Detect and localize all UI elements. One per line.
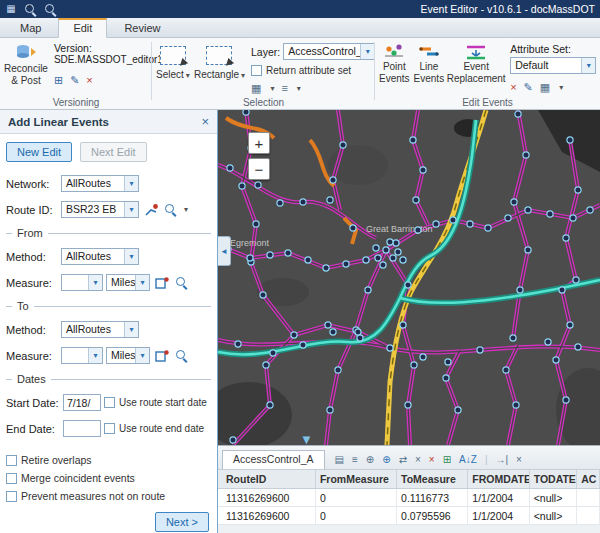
table-row[interactable]: 1131626960000.11167731/1/2004<null> xyxy=(218,489,600,507)
close-table-icon[interactable]: × xyxy=(516,454,522,465)
to-unit-select[interactable]: Miles ▾ xyxy=(106,347,150,364)
from-measure-input[interactable]: ▾ xyxy=(61,274,103,291)
attribute-set-caret-icon[interactable]: ▾ xyxy=(581,58,595,73)
point-events-button[interactable]: Point Events xyxy=(377,41,412,96)
from-unit-caret-icon[interactable]: ▾ xyxy=(135,275,149,290)
zoom-in-button[interactable]: + xyxy=(248,132,270,154)
use-route-start-date-checkbox[interactable] xyxy=(104,397,115,408)
to-method-select[interactable]: AllRoutes ▾ xyxy=(61,321,139,338)
table-row[interactable]: 1131626960000.07955961/1/2004<null> xyxy=(218,507,600,525)
to-method-caret-icon[interactable]: ▾ xyxy=(124,322,138,337)
line-events-button[interactable]: Line Events xyxy=(412,41,447,96)
select-tool-button[interactable]: Select▾ xyxy=(154,41,192,96)
to-measure-input[interactable]: ▾ xyxy=(61,347,103,364)
pick-route-on-map-icon[interactable] xyxy=(142,202,159,218)
network-caret-icon[interactable]: ▾ xyxy=(124,176,138,191)
delete-version-icon[interactable]: × xyxy=(86,74,92,86)
end-date-input[interactable] xyxy=(63,420,101,437)
from-measure-caret-icon[interactable]: ▾ xyxy=(88,275,102,290)
pick-from-measure-icon[interactable] xyxy=(153,275,170,291)
edit-version-icon[interactable]: ✎ xyxy=(70,74,79,86)
attribute-tools-caret-icon[interactable]: ▾ xyxy=(559,83,563,92)
layer-select[interactable]: AccessControl_A ▾ xyxy=(283,43,375,60)
panel-close-icon[interactable]: × xyxy=(201,115,209,128)
zoom-to-route-icon[interactable] xyxy=(162,202,179,218)
column-header-todate[interactable]: TODATE xyxy=(530,470,578,488)
pick-to-measure-icon[interactable] xyxy=(153,348,170,364)
records-list-icon[interactable]: ≡ xyxy=(352,454,358,465)
from-unit-select[interactable]: Miles ▾ xyxy=(106,274,150,291)
new-edit-button[interactable]: New Edit xyxy=(6,142,72,162)
layer-caret-icon[interactable]: ▾ xyxy=(360,44,374,59)
to-measure-caret-icon[interactable]: ▾ xyxy=(88,348,102,363)
use-route-start-date-option[interactable]: Use route start date xyxy=(104,397,207,408)
route-id-caret-icon[interactable]: ▾ xyxy=(124,202,138,217)
switch-selection-icon[interactable]: ⇄ xyxy=(399,454,407,465)
map-view[interactable]: Egremont Great Barrington + − ◄ ▼ xyxy=(218,110,600,445)
zoom-route-caret-icon[interactable]: ▾ xyxy=(184,205,188,214)
column-header-routeid[interactable]: RouteID xyxy=(222,470,316,488)
to-unit-caret-icon[interactable]: ▾ xyxy=(135,348,149,363)
merge-coincident-events-option[interactable]: Merge coincident events xyxy=(6,472,211,484)
selection-method-icon[interactable]: ≡ xyxy=(281,82,287,94)
from-method-select[interactable]: AllRoutes ▾ xyxy=(61,248,139,265)
rectangle-tool-button[interactable]: Rectangle▾ xyxy=(192,41,247,96)
next-edit-button[interactable]: Next Edit xyxy=(80,142,147,162)
column-header-ac[interactable]: AC xyxy=(577,470,600,488)
new-version-icon[interactable]: ⊞ xyxy=(54,74,63,86)
column-header-frommeasure[interactable]: FromMeasure xyxy=(316,470,397,488)
tab-edit[interactable]: Edit xyxy=(58,18,107,38)
delete-record-icon[interactable]: × xyxy=(429,454,435,465)
use-route-end-date-checkbox[interactable] xyxy=(104,423,115,434)
start-date-input[interactable]: 7/18/ xyxy=(63,394,101,411)
attribute-grid-icon[interactable]: ▦ xyxy=(540,81,550,93)
attribute-set-select[interactable]: Default ▾ xyxy=(510,57,596,74)
table-cell: 11316269600 xyxy=(222,489,316,506)
network-select[interactable]: AllRoutes ▾ xyxy=(61,175,139,192)
selection-layers-caret-icon[interactable]: ▾ xyxy=(270,84,274,93)
app-menu-icon[interactable]: ▦ xyxy=(5,3,17,15)
route-id-select[interactable]: BSR23 EB ▾ xyxy=(61,201,139,218)
return-attribute-set-checkbox[interactable] xyxy=(251,65,262,76)
column-header-tomeasure[interactable]: ToMeasure xyxy=(397,470,468,488)
next-button[interactable]: Next > xyxy=(155,512,209,532)
reconcile-post-button[interactable]: Reconcile & Post xyxy=(2,41,50,96)
zoom-to-to-measure-icon[interactable] xyxy=(173,348,190,364)
column-header-fromdate[interactable]: FROMDATE xyxy=(468,470,529,488)
search-icon[interactable] xyxy=(44,3,57,16)
select-caret-icon[interactable]: ▾ xyxy=(186,71,190,80)
table-tab-accesscontrol[interactable]: AccessControl_A xyxy=(222,450,325,469)
prevent-measures-option[interactable]: Prevent measures not on route xyxy=(6,490,211,502)
tab-review[interactable]: Review xyxy=(110,20,174,37)
table-collapse-handle[interactable]: ▼ xyxy=(300,434,313,445)
edit-events-group-label: Edit Events xyxy=(375,97,600,108)
clear-selection-icon[interactable]: × xyxy=(415,454,421,465)
rectangle-caret-icon[interactable]: ▾ xyxy=(241,71,245,80)
selection-method-caret-icon[interactable]: ▾ xyxy=(297,84,301,93)
zoom-to-from-measure-icon[interactable] xyxy=(173,275,190,291)
magnify-selected-icon[interactable]: ⊕ xyxy=(382,454,390,465)
panel-collapse-handle[interactable]: ◄ xyxy=(218,236,231,266)
table-layout-icon[interactable]: ▤ xyxy=(335,454,344,465)
retire-overlaps-checkbox[interactable] xyxy=(6,455,17,466)
tab-map[interactable]: Map xyxy=(6,20,55,37)
use-route-end-date-option[interactable]: Use route end date xyxy=(104,423,204,434)
attribute-set-options: Attribute Set: Default ▾ × ✎ ▦ ▾ xyxy=(506,41,600,96)
retire-overlaps-option[interactable]: Retire overlaps xyxy=(6,454,211,466)
zoom-to-selected-icon[interactable]: ⊕ xyxy=(366,454,374,465)
from-method-caret-icon[interactable]: ▾ xyxy=(124,249,138,264)
zoom-in-search-icon[interactable]: + xyxy=(24,3,37,16)
save-edits-icon[interactable]: ⊞ xyxy=(443,454,451,465)
return-attribute-set-option[interactable]: Return attribute set xyxy=(251,65,369,76)
rectangle-tool-icon xyxy=(206,46,232,65)
map-zoom-control: + − xyxy=(248,132,270,180)
selection-layers-icon[interactable]: ▦ xyxy=(251,82,261,94)
go-to-row-icon[interactable]: →| xyxy=(495,454,508,465)
edit-attribute-set-icon[interactable]: ✎ xyxy=(524,81,533,93)
event-replacement-button[interactable]: Event Replacement xyxy=(446,41,506,96)
merge-coincident-events-checkbox[interactable] xyxy=(6,473,17,484)
clear-attributes-icon[interactable]: × xyxy=(510,81,516,93)
sort-records-icon[interactable]: A↓Z xyxy=(459,454,477,465)
zoom-out-button[interactable]: − xyxy=(248,158,270,180)
prevent-measures-checkbox[interactable] xyxy=(6,491,17,502)
